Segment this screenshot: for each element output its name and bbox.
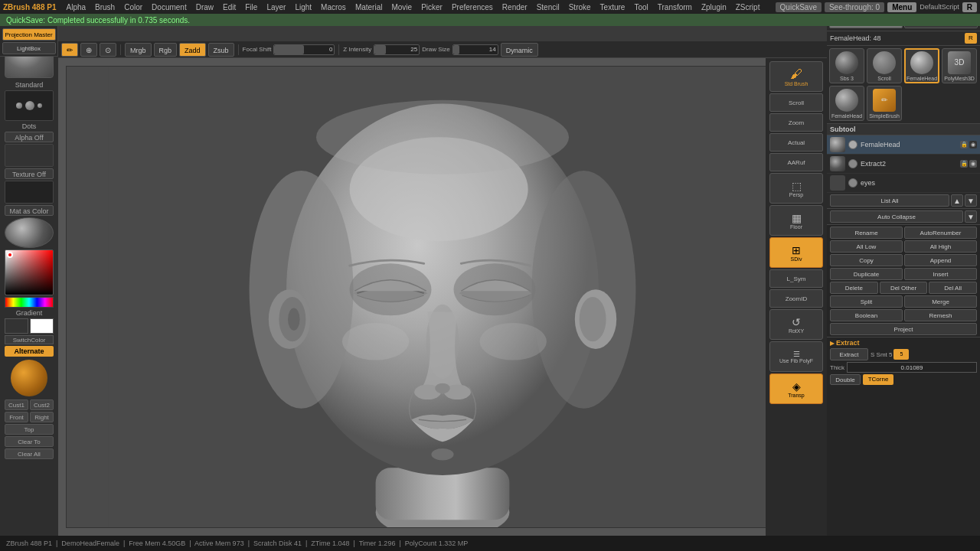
std-brush-button[interactable]: 🖌 Std Brush [769,61,823,92]
thick-value[interactable]: 0.01089 [847,362,977,373]
right-button[interactable]: Right [30,412,54,422]
rotxy-button[interactable]: ↺ RotXY [769,309,823,340]
menu-material[interactable]: Material [351,2,387,12]
canvas-area[interactable] [58,58,827,536]
menu-tool[interactable]: Tool [630,2,652,12]
mrgb-button[interactable]: Mrgb [125,43,152,57]
auto-collapse-arrow[interactable]: ▼ [965,210,977,223]
tcorne-button[interactable]: TCorne [863,374,893,385]
rgb-button[interactable]: Rgb [154,43,178,57]
menu-button[interactable]: Menu [887,2,916,12]
canvas-inner[interactable] [66,66,819,528]
transp-button[interactable]: ◈ Transp [769,373,823,404]
menu-light[interactable]: Light [291,2,315,12]
menu-draw[interactable]: Draw [192,2,217,12]
subtool-extract2[interactable]: Extract2 🔒 ◉ [827,155,980,174]
secondary-color-swatch[interactable] [30,318,54,334]
dynamic-button[interactable]: Dynamic [501,43,538,57]
switch-color-button[interactable]: SwitchColor [5,335,54,344]
double-button[interactable]: Double [830,374,861,385]
menu-layer[interactable]: Layer [263,2,289,12]
front-button[interactable]: Front [5,412,28,422]
projection-master-button[interactable]: Projection Master [2,28,56,41]
menu-document[interactable]: Document [148,2,191,12]
list-all-up-arrow[interactable]: ▲ [951,194,963,207]
menu-edit[interactable]: Edit [219,2,240,12]
menu-zplugin[interactable]: Zplugin [697,2,730,12]
remesh-button[interactable]: Remesh [904,309,977,321]
menu-picker[interactable]: Picker [417,2,446,12]
mat-btn[interactable]: Mat as Color [5,205,54,216]
material-preview[interactable] [5,217,54,248]
extract-button[interactable]: Extract [830,348,868,360]
dots-preview[interactable] [5,90,54,121]
zadd-button[interactable]: Zadd [179,43,206,57]
floor-button[interactable]: ▦ Floor [769,205,823,236]
focal-shift-slider[interactable]: 0 [273,44,335,55]
move-icon-button[interactable]: ⊙ [100,43,116,57]
copy-button[interactable]: Copy [830,254,903,266]
alpha-off-button[interactable]: Alpha Off [5,132,54,142]
r-button[interactable]: R [962,2,977,12]
autorenumber-button[interactable]: AutoRenumber [904,227,977,239]
del-other-button[interactable]: Del Other [880,282,928,294]
texture-off-button[interactable]: Texture Off [5,168,54,179]
clear-to-button[interactable]: Clear To [5,436,54,447]
menu-alpha[interactable]: Alpha [62,2,90,12]
see-through-button[interactable]: See-through: 0 [825,2,884,12]
lightbox-button[interactable]: LightBox [2,42,56,54]
polymesh3d-thumb[interactable]: 3D PolyMesh3D [942,48,977,83]
aaruf-button[interactable]: AARuf [769,153,823,171]
menu-render[interactable]: Render [498,2,531,12]
alternate-button[interactable]: Alternate [5,346,54,357]
insert-button[interactable]: Insert [904,268,977,280]
list-all-button[interactable]: List All [830,194,949,207]
l-sym-button[interactable]: L_Sym [769,269,823,288]
delete-button[interactable]: Delete [830,282,878,294]
merge-button[interactable]: Merge [904,295,977,308]
use-fib-button[interactable]: ☰ Use Fib PolyF [769,341,823,372]
menu-color[interactable]: Color [120,2,146,12]
duplicate-button[interactable]: Duplicate [830,268,903,280]
cust1-button[interactable]: Cust1 [5,399,28,410]
persp-button[interactable]: ⬚ Persp [769,173,823,204]
all-high-button[interactable]: All High [904,240,977,253]
del-all-button[interactable]: Del All [929,282,977,294]
zoomid-button[interactable]: ZoomID [769,289,823,308]
primary-color-swatch[interactable] [5,318,28,334]
menu-brush[interactable]: Brush [91,2,119,12]
menu-zscript[interactable]: ZScript [732,2,764,12]
zsub-button[interactable]: Zsub [208,43,234,57]
subtool-eyes[interactable]: eyes [827,174,980,193]
cust2-button[interactable]: Cust2 [30,399,54,410]
quicksave-button[interactable]: QuickSave [776,2,822,12]
smooth-icon-button[interactable]: ⊕ [80,43,97,57]
simplebrush-thumb[interactable]: ✏ SimpleBrush [867,86,902,121]
scroll-thumb[interactable]: Scroll [867,48,902,83]
boolean-button[interactable]: Boolean [830,309,903,321]
top-button[interactable]: Top [5,424,54,435]
menu-macros[interactable]: Macros [317,2,350,12]
menu-stencil[interactable]: Stencil [533,2,564,12]
menu-stroke[interactable]: Stroke [565,2,595,12]
split-button[interactable]: Split [830,295,903,308]
draw-size-slider[interactable]: 14 [452,44,498,55]
rename-button[interactable]: Rename [830,227,903,239]
femalehead-thumb[interactable]: FemaleHead [904,48,939,83]
auto-collapse-button[interactable]: Auto Collapse [830,210,963,223]
menu-movie[interactable]: Movie [387,2,416,12]
color-picker[interactable] [5,249,54,295]
draw-icon-button[interactable]: ✏ [61,43,78,57]
scroll-button[interactable]: Scroll [769,93,823,112]
z-intensity-slider[interactable]: 25 [374,44,420,55]
list-all-down-arrow[interactable]: ▼ [965,194,977,207]
clear-all-button[interactable]: Clear All [5,448,54,459]
project-button[interactable]: Project [830,323,977,335]
female-head-r-button[interactable]: R [965,33,977,44]
subtool-femalehead[interactable]: FemaleHead 🔒 ◉ [827,135,980,155]
hue-slider[interactable] [5,297,54,308]
menu-texture[interactable]: Texture [596,2,629,12]
menu-transform[interactable]: Transform [654,2,696,12]
sbs3-thumb[interactable]: Sbs 3 [829,48,864,83]
append-button[interactable]: Append [904,254,977,266]
